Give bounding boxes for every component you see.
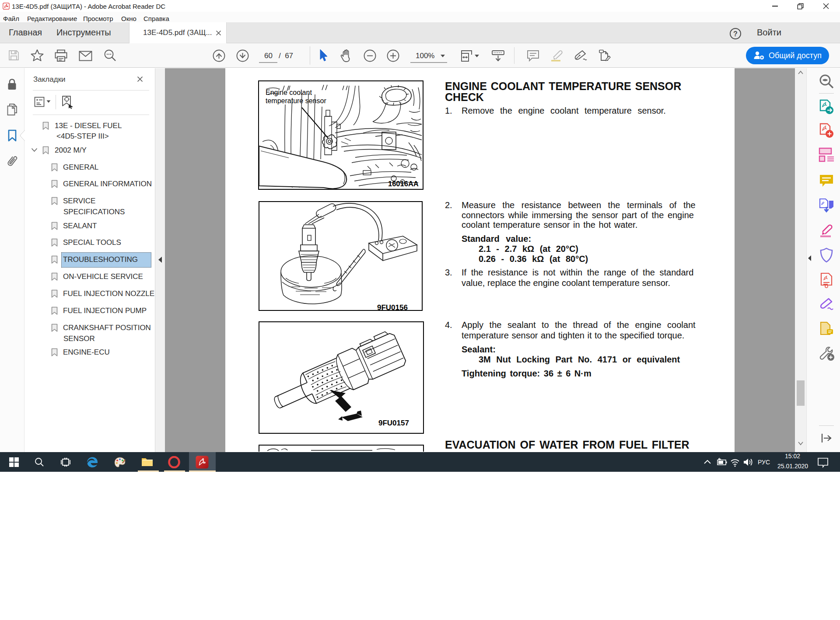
svg-text:temperature sensor: temperature sensor (266, 97, 326, 104)
svg-text:Engine coolant: Engine coolant (266, 89, 312, 96)
svg-text:16016AA: 16016AA (388, 180, 419, 188)
svg-text:9FU0156: 9FU0156 (377, 303, 408, 311)
svg-text:9FU0157: 9FU0157 (378, 419, 409, 427)
svg-text:?: ? (733, 30, 738, 38)
